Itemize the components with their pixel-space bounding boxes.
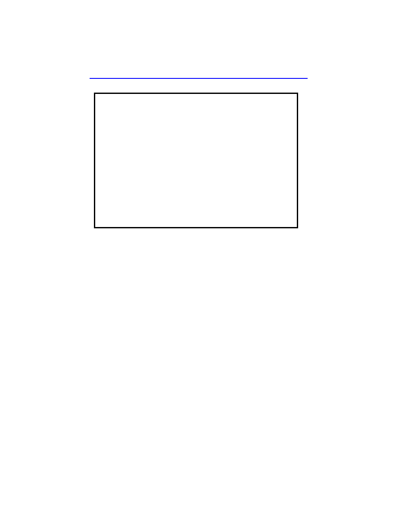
content-box bbox=[94, 93, 298, 228]
horizontal-rule bbox=[90, 78, 308, 79]
